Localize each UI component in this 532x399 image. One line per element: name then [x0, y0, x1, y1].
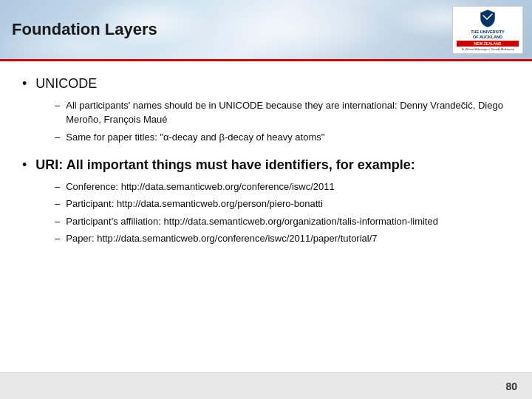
logo-tagline: Te Whare Wānanga o Tāmaki Makaurau	[461, 47, 514, 51]
university-logo: THE UNIVERSITY OF AUCKLAND NEW ZEALAND T…	[449, 6, 523, 52]
footer: 80	[0, 372, 532, 399]
header: Foundation Layers THE UNIVERSITY OF AUCK…	[0, 0, 532, 59]
logo-nz-bar: NEW ZEALAND	[457, 41, 519, 47]
bullet-label-unicode: UNICODE	[35, 76, 97, 92]
bullet-main-unicode: • UNICODE	[22, 76, 510, 92]
list-item: – Paper: http://data.semanticweb.org/con…	[55, 231, 510, 246]
list-item: – Participant's affiliation: http://data…	[55, 214, 510, 229]
sub-text-uri-2: Participant: http://data.semanticweb.org…	[66, 197, 323, 211]
bullet-main-uri: • URI: All important things must have id…	[22, 157, 510, 174]
page-title: Foundation Layers	[12, 20, 157, 39]
shield-icon	[480, 9, 496, 28]
list-item: – All participants' names should be in U…	[55, 98, 510, 127]
sub-dash-5: –	[55, 214, 60, 229]
sub-text-uri-3: Participant's affiliation: http://data.s…	[66, 214, 438, 229]
sub-text-uri-4: Paper: http://data.semanticweb.org/confe…	[66, 231, 377, 246]
list-item: – Conference: http://data.semanticweb.or…	[55, 180, 510, 194]
sub-text-unicode-2: Same for paper titles: "α-decay and β-de…	[66, 130, 324, 145]
sub-bullets-unicode: – All participants' names should be in U…	[55, 98, 510, 145]
bullet-label-uri: URI: All important things must have iden…	[35, 157, 415, 174]
list-item: – Participant: http://data.semanticweb.o…	[55, 197, 510, 211]
list-item: – Same for paper titles: "α-decay and β-…	[55, 130, 510, 145]
sub-bullets-uri: – Conference: http://data.semanticweb.or…	[55, 180, 510, 246]
sub-dash-6: –	[55, 231, 60, 246]
bullet-dot-2: •	[22, 157, 27, 174]
sub-text-uri-1: Conference: http://data.semanticweb.org/…	[66, 180, 335, 194]
sub-text-unicode-1: All participants' names should be in UNI…	[66, 98, 510, 127]
sub-dash-4: –	[55, 197, 60, 211]
main-content: • UNICODE – All participants' names shou…	[0, 61, 532, 372]
bullet-section-uri: • URI: All important things must have id…	[22, 157, 510, 246]
logo-text: THE UNIVERSITY OF AUCKLAND	[471, 30, 505, 40]
sub-dash-3: –	[55, 180, 60, 194]
bullet-dot-1: •	[22, 76, 27, 92]
sub-dash-2: –	[55, 130, 60, 145]
sub-dash-1: –	[55, 98, 60, 113]
bullet-section-unicode: • UNICODE – All participants' names shou…	[22, 76, 510, 144]
page-number: 80	[505, 381, 517, 392]
slide: Foundation Layers THE UNIVERSITY OF AUCK…	[0, 0, 532, 399]
